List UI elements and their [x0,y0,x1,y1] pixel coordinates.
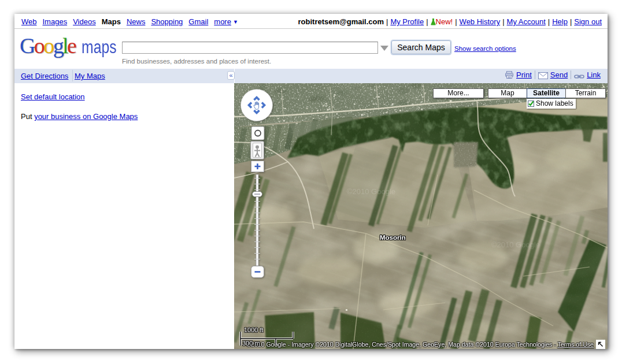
svg-text:©2010 Google: ©2010 Google [491,240,540,249]
svg-text:©2010 Google: ©2010 Google [347,187,395,196]
